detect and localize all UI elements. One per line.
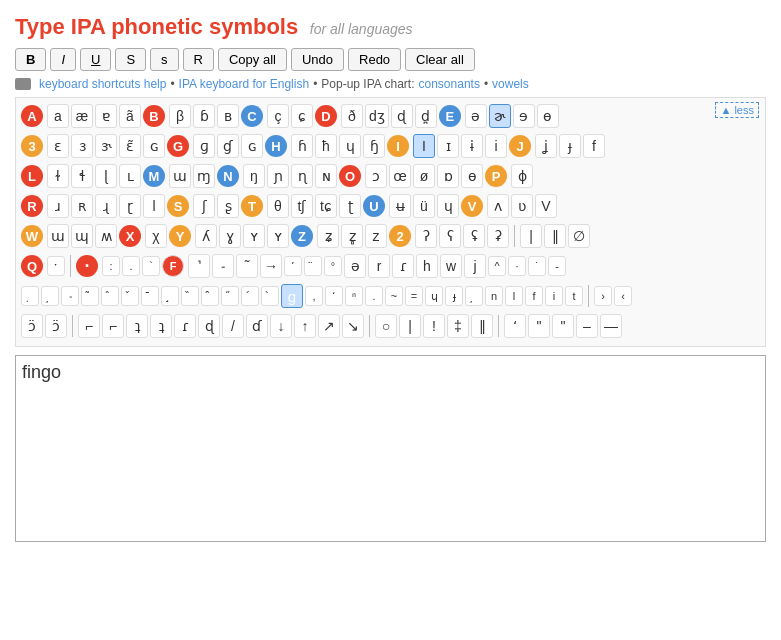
key-r-hook[interactable]: ɽ [119, 194, 141, 218]
key-trill-b[interactable]: ʙ [217, 104, 239, 128]
key-dz[interactable]: dʒ [365, 104, 389, 128]
key-circle[interactable]: ○ [375, 314, 397, 338]
key-i-bar[interactable]: i [485, 134, 507, 158]
key-open-o-capital[interactable]: ɒ [437, 164, 459, 188]
key-dental-d[interactable]: d̪ [415, 104, 437, 128]
key-oe[interactable]: œ [389, 164, 411, 188]
key-z-hook[interactable]: z̻ [341, 224, 363, 248]
key-ts-curl[interactable]: tɕ [315, 194, 337, 218]
key-l-turned-r[interactable]: l [143, 194, 165, 218]
key-ts[interactable]: tʃ [291, 194, 313, 218]
key-script-g[interactable]: ɡ [193, 134, 215, 158]
r-button[interactable]: R [183, 48, 214, 71]
key-t-bar[interactable]: ʇ [126, 314, 148, 338]
key-single-quote[interactable]: ʻ [504, 314, 526, 338]
key-rev-epsilon[interactable]: ɜ [71, 134, 93, 158]
key-t-small[interactable]: t [565, 286, 583, 306]
key-double-acute[interactable]: ̋ [221, 286, 239, 306]
key-l-small[interactable]: l [505, 286, 523, 306]
key-o-hook[interactable]: ɔ̈ [21, 314, 43, 338]
clear-button[interactable]: Clear all [405, 48, 475, 71]
key-pipe[interactable]: | [520, 224, 542, 248]
key-pipe-above2[interactable]: ⌐ [102, 314, 124, 338]
key-colon[interactable]: : [102, 256, 120, 276]
key-turned-m[interactable]: ɯ [47, 224, 69, 248]
key-f-small[interactable]: f [525, 286, 543, 306]
key-z-bar[interactable]: z [365, 224, 387, 248]
key-f-hook2[interactable]: ɟ [445, 286, 463, 306]
key-hat-under[interactable]: ̂ [101, 286, 119, 306]
key-double-quote[interactable]: " [528, 314, 550, 338]
key-bar-above[interactable]: ɾ [174, 314, 196, 338]
key-dot2[interactable]: . [365, 286, 383, 306]
vowels-link[interactable]: vowels [492, 77, 529, 91]
key-slash-under[interactable]: ˗ [61, 286, 79, 306]
key-script-v[interactable]: ʋ [511, 194, 533, 218]
key-under-bar[interactable]: ˺ [188, 254, 210, 278]
key-c-small[interactable]: ɾ [392, 254, 414, 278]
key-tilde-epsilon[interactable]: ɛ̃ [119, 134, 141, 158]
key-turned-v[interactable]: ʌ [487, 194, 509, 218]
key-macron-under[interactable]: ̄ [141, 286, 159, 306]
key-low-tick[interactable]: ̣ [21, 286, 39, 306]
key-m-turned[interactable]: ɯ [169, 164, 191, 188]
key-hat[interactable]: ^ [488, 256, 506, 276]
key-y-capital[interactable]: ʏ [243, 224, 265, 248]
key-arrow-down-right[interactable]: ↘ [342, 314, 364, 338]
key-t-hook[interactable]: ʈ [339, 194, 361, 218]
key-o-dot[interactable]: ɔ̈ [45, 314, 67, 338]
key-arrow-right[interactable]: → [260, 254, 282, 278]
key-d-bar[interactable]: ɖ [198, 314, 220, 338]
key-schwa[interactable]: ə [465, 104, 487, 128]
key-comma[interactable]: , [305, 286, 323, 306]
key-theta[interactable]: θ [267, 194, 289, 218]
key-f-hook[interactable]: f [583, 134, 605, 158]
key-j-curl[interactable]: ʝ [535, 134, 557, 158]
key-double-pipe2[interactable]: ‖ [471, 314, 493, 338]
key-small-capital-i[interactable]: ɪ [437, 134, 459, 158]
key-exclaim[interactable]: ! [423, 314, 445, 338]
key-ram-horns[interactable]: ɢ [143, 134, 165, 158]
key-backtick[interactable]: ` [142, 256, 160, 276]
key-hook-above[interactable]: ̦ [41, 286, 59, 306]
key-cedilla-c[interactable]: ç [267, 104, 289, 128]
key-raised-comma[interactable]: ʻ [325, 286, 343, 306]
less-button[interactable]: ▲ less [715, 102, 759, 118]
key-arrow-right2[interactable]: ↗ [318, 314, 340, 338]
key-v-under[interactable]: ̌ [121, 286, 139, 306]
key-n-tilde[interactable]: ɲ [267, 164, 289, 188]
key-n-retroflex[interactable]: ɳ [291, 164, 313, 188]
key-single-pipe[interactable]: | [399, 314, 421, 338]
key-double-pipe[interactable]: ‖ [544, 224, 566, 248]
key-eth[interactable]: ð [341, 104, 363, 128]
key-u-bar[interactable]: ʉ [389, 194, 411, 218]
key-a-tilde[interactable]: ã [119, 104, 141, 128]
key-diacritic-a[interactable]: ə [344, 254, 366, 278]
keyboard-shortcuts-link[interactable]: keyboard shortcuts help [39, 77, 166, 91]
key-r-turned[interactable]: ɹ [47, 194, 69, 218]
key-barred-o[interactable]: ɵ [537, 104, 559, 128]
key-i-small[interactable]: i [545, 286, 563, 306]
key-y-bar[interactable]: ɣ [219, 224, 241, 248]
key-comma-above[interactable]: ʼ [284, 256, 302, 276]
key-slashed-o[interactable]: ø [413, 164, 435, 188]
key-u-hook[interactable]: ɥ [437, 194, 459, 218]
key-slash-mark[interactable]: / [222, 314, 244, 338]
key-n-capital[interactable]: ɴ [315, 164, 337, 188]
key-beta[interactable]: β [169, 104, 191, 128]
key-m-script[interactable]: ɱ [193, 164, 215, 188]
key-g-bar[interactable]: ɠ [217, 134, 239, 158]
key-n-small[interactable]: n [485, 286, 503, 306]
underline-button[interactable]: U [80, 48, 111, 71]
redo-button[interactable]: Redo [348, 48, 401, 71]
key-cedilla2[interactable]: ̧ [161, 286, 179, 306]
key-right-arrow-small[interactable]: › [594, 286, 612, 306]
key-period-above[interactable]: · [508, 256, 526, 276]
key-left-right-arrow[interactable]: ‹ [614, 286, 632, 306]
key-g-capital[interactable]: ɢ [241, 134, 263, 158]
key-dotless-i[interactable]: ɨ [461, 134, 483, 158]
key-I-active[interactable]: I [413, 134, 435, 158]
key-glottal[interactable]: ʔ [415, 224, 437, 248]
key-equals[interactable]: = [405, 286, 423, 306]
key-l-hook[interactable]: ɬ [71, 164, 93, 188]
